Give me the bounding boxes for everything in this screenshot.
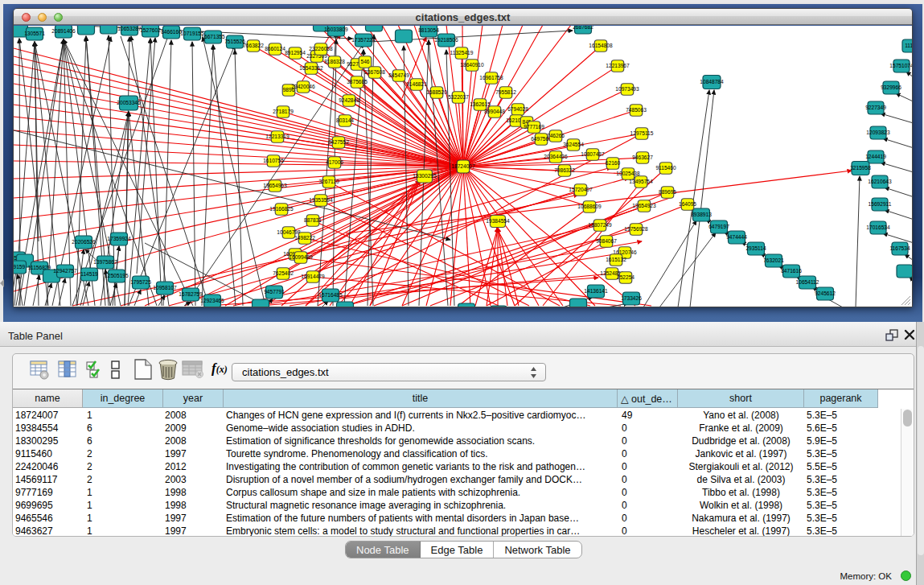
svg-text:8912954: 8912954	[285, 50, 306, 56]
svg-text:889695: 889695	[659, 189, 676, 195]
svg-text:19218506: 19218506	[434, 37, 458, 43]
svg-text:546: 546	[360, 59, 369, 64]
svg-text:23226058: 23226058	[309, 46, 333, 51]
svg-text:10653287: 10653287	[117, 26, 142, 31]
svg-text:8454749: 8454749	[388, 72, 409, 78]
svg-text:1305571: 1305571	[24, 31, 45, 36]
svg-text:20364436: 20364436	[544, 154, 568, 159]
svg-text:7663822: 7663822	[243, 43, 264, 48]
svg-text:9227349: 9227349	[865, 105, 886, 110]
svg-text:2718179: 2718179	[273, 109, 294, 114]
svg-text:8660124: 8660124	[265, 46, 285, 51]
svg-text:15692911: 15692911	[869, 201, 892, 207]
svg-text:16914479: 16914479	[301, 274, 325, 279]
svg-text:8990448: 8990448	[484, 109, 505, 114]
svg-text:6794028: 6794028	[507, 106, 528, 112]
svg-text:20891406: 20891406	[51, 28, 76, 34]
svg-text:8186328: 8186328	[324, 59, 345, 64]
svg-text:10688609: 10688609	[577, 204, 602, 209]
svg-text:9245612: 9245612	[815, 290, 836, 296]
svg-text:1498222: 1498222	[294, 235, 315, 241]
svg-text:10848784: 10848784	[700, 79, 724, 84]
svg-text:114519: 114519	[80, 271, 98, 277]
svg-text:15716485: 15716485	[318, 292, 343, 298]
svg-text:23420046: 23420046	[291, 84, 315, 89]
svg-text:9115460: 9115460	[655, 165, 676, 171]
svg-text:8471616: 8471616	[781, 268, 802, 274]
svg-text:7632021: 7632021	[763, 257, 784, 263]
svg-text:9084067: 9084067	[596, 238, 617, 244]
svg-text:2935114: 2935114	[745, 245, 766, 251]
svg-text:12505195: 12505195	[105, 273, 129, 278]
svg-text:803144: 803144	[336, 117, 354, 123]
svg-text:12093823: 12093823	[866, 130, 890, 135]
svg-text:20206526: 20206526	[72, 239, 96, 245]
svg-text:10025438: 10025438	[616, 171, 640, 176]
svg-text:7625402: 7625402	[273, 270, 294, 276]
svg-text:1527602: 1527602	[140, 27, 161, 33]
svg-text:14136141: 14136141	[584, 288, 608, 294]
svg-text:9457791: 9457791	[264, 289, 285, 295]
svg-text:252254: 252254	[617, 274, 634, 280]
svg-text:6479197: 6479197	[708, 224, 729, 229]
svg-text:13495754: 13495754	[629, 179, 653, 184]
svg-text:3624554: 3624554	[563, 142, 584, 147]
svg-text:16033809: 16033809	[324, 27, 348, 32]
svg-text:8813054: 8813054	[418, 27, 439, 33]
svg-text:16543362: 16543362	[299, 65, 323, 71]
svg-text:62160: 62160	[606, 160, 621, 166]
svg-text:746266: 746266	[547, 133, 565, 138]
svg-text:18724007: 18724007	[451, 163, 475, 169]
svg-text:15720407: 15720407	[569, 187, 593, 192]
svg-text:7955812: 7955812	[495, 89, 516, 95]
svg-text:18300295: 18300295	[413, 173, 437, 179]
svg-text:19166825: 19166825	[269, 206, 294, 212]
svg-text:19654963: 19654963	[263, 183, 287, 188]
svg-text:9242848: 9242848	[339, 97, 359, 103]
svg-text:10958107: 10958107	[153, 285, 177, 290]
svg-text:16210643: 16210643	[868, 179, 892, 184]
svg-text:17359924: 17359924	[107, 236, 131, 241]
svg-text:12213319: 12213319	[265, 134, 290, 139]
svg-text:7986322: 7986322	[554, 167, 575, 173]
svg-text:19353594: 19353594	[309, 197, 333, 203]
svg-text:417006: 417006	[326, 159, 343, 165]
svg-text:20053346: 20053346	[117, 100, 141, 105]
svg-text:1244419: 1244419	[865, 154, 886, 159]
svg-text:19654923: 19654923	[632, 203, 656, 208]
svg-text:9329966: 9329966	[881, 84, 901, 90]
svg-text:12975115: 12975115	[630, 130, 654, 136]
svg-text:12923465: 12923465	[200, 298, 224, 303]
svg-text:1795725: 1795725	[130, 279, 151, 285]
svg-text:12213967: 12213967	[606, 63, 630, 68]
svg-text:19384554: 19384554	[486, 218, 510, 224]
svg-text:18640910: 18640910	[460, 62, 484, 68]
svg-text:17016534: 17016534	[866, 225, 890, 230]
svg-text:8427552: 8427552	[328, 139, 349, 145]
svg-text:3267110: 3267110	[318, 179, 339, 184]
svg-text:3215958: 3215958	[850, 165, 871, 171]
svg-text:19756928: 19756928	[624, 226, 648, 232]
svg-text:8466160: 8466160	[161, 29, 182, 35]
svg-text:12942757: 12942757	[53, 268, 77, 274]
svg-text:10654112: 10654112	[796, 279, 819, 285]
svg-text:15751074: 15751074	[889, 63, 912, 68]
svg-text:1588520: 1588520	[426, 89, 447, 95]
svg-text:16782759: 16782759	[179, 291, 203, 297]
svg-text:10807487: 10807487	[581, 151, 605, 157]
svg-text:10046798: 10046798	[277, 229, 301, 235]
svg-text:5322037: 5322037	[448, 94, 469, 100]
svg-text:16154808: 16154808	[589, 43, 613, 48]
svg-text:18807249: 18807249	[588, 222, 612, 228]
svg-text:9474444: 9474444	[726, 234, 747, 240]
svg-text:16099489: 16099489	[289, 254, 313, 260]
svg-text:13975867: 13975867	[93, 259, 117, 265]
svg-text:1733426: 1733426	[621, 295, 642, 301]
svg-text:10973493: 10973493	[615, 86, 639, 92]
svg-text:39159: 39159	[14, 264, 25, 270]
svg-text:887831: 887831	[304, 217, 322, 223]
svg-text:17357224: 17357224	[351, 37, 376, 43]
svg-text:2687682: 2687682	[573, 26, 593, 30]
svg-text:9146821: 9146821	[406, 81, 427, 87]
svg-text:1362615: 1362615	[470, 101, 491, 107]
